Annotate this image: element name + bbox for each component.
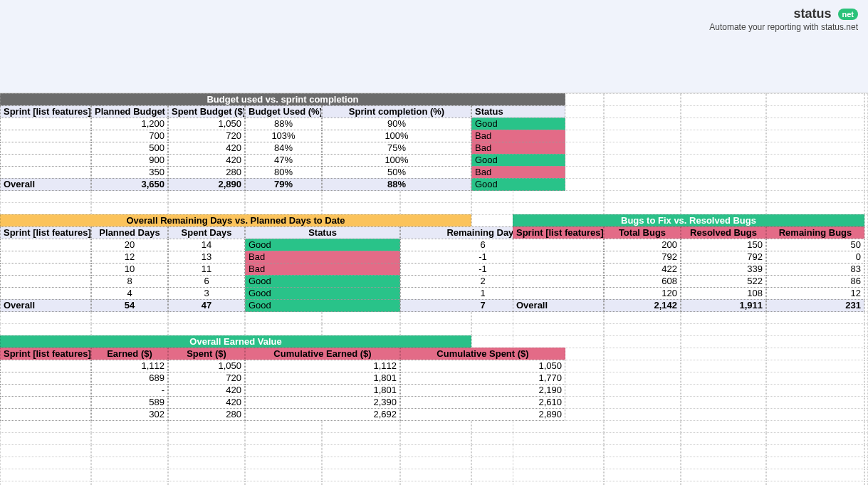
- empty-cell[interactable]: [766, 190, 864, 203]
- empty-cell[interactable]: [604, 348, 681, 360]
- empty-cell[interactable]: [681, 444, 766, 457]
- budget-completion-0[interactable]: 90%: [322, 118, 471, 130]
- empty-cell[interactable]: [766, 118, 864, 130]
- budget-usedpct-3[interactable]: 47%: [245, 154, 322, 167]
- ev-sprint-2[interactable]: [0, 384, 91, 397]
- budget-planned-1[interactable]: 700: [91, 130, 168, 142]
- empty-cell[interactable]: [91, 202, 168, 215]
- empty-cell[interactable]: [681, 142, 766, 155]
- empty-cell[interactable]: [245, 481, 322, 485]
- ev-cum-spent-4[interactable]: 2,890: [400, 408, 565, 421]
- empty-cell[interactable]: [168, 481, 245, 485]
- days-spent-2[interactable]: 11: [168, 263, 245, 276]
- ev-cum-spent-3[interactable]: 2,610: [400, 396, 565, 409]
- empty-cell[interactable]: [604, 154, 681, 167]
- ev-cum-spent-1[interactable]: 1,770: [400, 372, 565, 385]
- empty-cell[interactable]: [513, 202, 604, 215]
- empty-cell[interactable]: [513, 457, 604, 469]
- empty-cell[interactable]: [864, 130, 868, 142]
- bugs-total-1[interactable]: 792: [604, 251, 681, 264]
- empty-cell[interactable]: [604, 93, 681, 106]
- days-sprint-1[interactable]: [0, 251, 91, 264]
- empty-cell[interactable]: [681, 311, 766, 324]
- empty-cell[interactable]: [681, 335, 766, 348]
- budget-completion-4[interactable]: 50%: [322, 166, 471, 179]
- bugs-hdr-resolved[interactable]: Resolved Bugs: [681, 226, 766, 239]
- empty-cell[interactable]: [864, 348, 868, 360]
- empty-cell[interactable]: [245, 323, 322, 336]
- empty-cell[interactable]: [681, 408, 766, 421]
- empty-cell[interactable]: [864, 118, 868, 130]
- empty-cell[interactable]: [245, 457, 322, 469]
- empty-cell[interactable]: [322, 202, 400, 215]
- empty-cell[interactable]: [400, 420, 471, 433]
- empty-cell[interactable]: [604, 384, 681, 397]
- empty-cell[interactable]: [681, 432, 766, 445]
- empty-cell[interactable]: [604, 481, 681, 485]
- bugs-sprint-2[interactable]: [513, 263, 604, 276]
- empty-cell[interactable]: [245, 420, 322, 433]
- empty-cell[interactable]: [604, 118, 681, 130]
- empty-cell[interactable]: [322, 311, 400, 324]
- empty-cell[interactable]: [864, 105, 868, 118]
- days-planned-0[interactable]: 20: [91, 239, 168, 251]
- empty-cell[interactable]: [0, 311, 91, 324]
- empty-cell[interactable]: [400, 323, 471, 336]
- empty-cell[interactable]: [864, 239, 868, 251]
- empty-cell[interactable]: [168, 202, 245, 215]
- empty-cell[interactable]: [681, 202, 766, 215]
- budget-hdr-completion[interactable]: Sprint completion (%): [322, 105, 471, 118]
- empty-cell[interactable]: [91, 311, 168, 324]
- bugs-overall-remaining[interactable]: 231: [766, 299, 864, 312]
- empty-cell[interactable]: [91, 481, 168, 485]
- empty-cell[interactable]: [168, 457, 245, 469]
- empty-cell[interactable]: [766, 348, 864, 360]
- budget-planned-4[interactable]: 350: [91, 166, 168, 179]
- days-hdr-sprint[interactable]: Sprint [list features]: [0, 226, 91, 239]
- empty-cell[interactable]: [681, 384, 766, 397]
- budget-planned-2[interactable]: 500: [91, 142, 168, 155]
- empty-cell[interactable]: [766, 420, 864, 433]
- bugs-remaining-4[interactable]: 12: [766, 287, 864, 300]
- ev-cum-earned-3[interactable]: 2,390: [245, 396, 400, 409]
- empty-cell[interactable]: [400, 202, 471, 215]
- empty-cell[interactable]: [322, 432, 400, 445]
- empty-cell[interactable]: [681, 481, 766, 485]
- days-planned-3[interactable]: 8: [91, 275, 168, 288]
- empty-cell[interactable]: [766, 154, 864, 167]
- bugs-sprint-0[interactable]: [513, 239, 604, 251]
- empty-cell[interactable]: [864, 335, 868, 348]
- budget-sprint-0[interactable]: [0, 118, 91, 130]
- budget-sprint-3[interactable]: [0, 154, 91, 167]
- empty-cell[interactable]: [681, 348, 766, 360]
- budget-usedpct-1[interactable]: 103%: [245, 130, 322, 142]
- bugs-resolved-2[interactable]: 339: [681, 263, 766, 276]
- budget-hdr-sprint[interactable]: Sprint [list features]: [0, 105, 91, 118]
- ev-earned-1[interactable]: 689: [91, 372, 168, 385]
- ev-cum-earned-0[interactable]: 1,112: [245, 360, 400, 372]
- empty-cell[interactable]: [864, 444, 868, 457]
- days-spent-0[interactable]: 14: [168, 239, 245, 251]
- empty-cell[interactable]: [604, 457, 681, 469]
- bugs-resolved-1[interactable]: 792: [681, 251, 766, 264]
- empty-cell[interactable]: [766, 360, 864, 372]
- bugs-total-2[interactable]: 422: [604, 263, 681, 276]
- empty-cell[interactable]: [766, 444, 864, 457]
- bugs-remaining-3[interactable]: 86: [766, 275, 864, 288]
- empty-cell[interactable]: [766, 335, 864, 348]
- empty-cell[interactable]: [400, 311, 471, 324]
- empty-cell[interactable]: [91, 444, 168, 457]
- empty-cell[interactable]: [168, 323, 245, 336]
- empty-cell[interactable]: [91, 323, 168, 336]
- days-planned-4[interactable]: 4: [91, 287, 168, 300]
- empty-cell[interactable]: [766, 384, 864, 397]
- empty-cell[interactable]: [400, 469, 471, 481]
- days-status-0[interactable]: Good: [245, 239, 400, 251]
- days-sprint-0[interactable]: [0, 239, 91, 251]
- days-status-2[interactable]: Bad: [245, 263, 400, 276]
- empty-cell[interactable]: [91, 190, 168, 203]
- empty-cell[interactable]: [864, 226, 868, 239]
- empty-cell[interactable]: [604, 202, 681, 215]
- empty-cell[interactable]: [766, 142, 864, 155]
- empty-cell[interactable]: [322, 457, 400, 469]
